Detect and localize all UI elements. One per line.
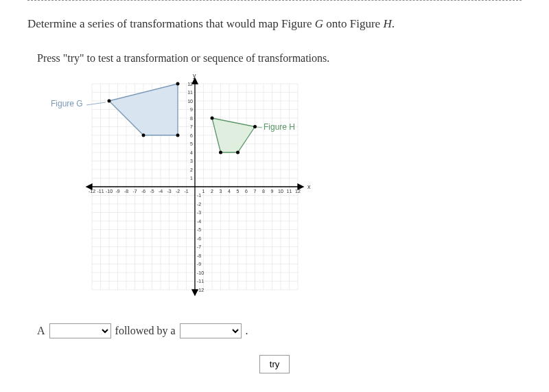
answer-sentence: A followed by a .: [37, 323, 522, 338]
svg-text:-3: -3: [167, 189, 171, 194]
svg-text:-11: -11: [197, 279, 204, 284]
figure-h-var: H: [383, 17, 391, 30]
svg-point-102: [108, 100, 111, 103]
svg-point-109: [219, 151, 222, 154]
transformation-1-dropdown[interactable]: [49, 323, 111, 338]
question-text-part1: Determine a series of transformations th…: [27, 17, 315, 30]
svg-text:-4: -4: [197, 219, 201, 224]
svg-text:12: 12: [295, 189, 301, 194]
svg-text:-3: -3: [197, 210, 201, 215]
figure-h-leader: [257, 127, 262, 128]
svg-text:3: 3: [190, 159, 193, 163]
y-axis-label: y: [193, 73, 196, 79]
svg-point-106: [211, 117, 214, 120]
svg-text:6: 6: [245, 189, 248, 194]
figure-g-label: Figure G: [51, 99, 83, 108]
svg-text:8: 8: [262, 189, 265, 194]
svg-text:-1: -1: [184, 189, 188, 194]
svg-text:-9: -9: [197, 262, 201, 266]
svg-text:-6: -6: [197, 236, 201, 241]
answer-middle: followed by a: [115, 325, 176, 337]
svg-text:-5: -5: [150, 189, 154, 194]
svg-text:4: 4: [228, 189, 231, 194]
svg-text:1: 1: [190, 176, 193, 181]
svg-text:9: 9: [271, 189, 274, 194]
svg-point-104: [176, 134, 180, 137]
svg-text:-8: -8: [197, 253, 201, 258]
svg-text:-9: -9: [115, 189, 119, 194]
svg-text:8: 8: [190, 116, 193, 121]
svg-text:7: 7: [190, 124, 193, 129]
svg-text:7: 7: [254, 189, 257, 194]
svg-text:9: 9: [190, 107, 193, 112]
answer-prefix: A: [37, 325, 45, 337]
svg-text:3: 3: [220, 189, 222, 194]
graph-svg: x y -12 -11 -10 -9 -8 -7 -6 -5 -4 -3 -2 …: [37, 73, 325, 300]
svg-text:-2: -2: [197, 202, 201, 207]
figure-h-shape: [212, 118, 255, 152]
figure-g-leader: [86, 102, 106, 105]
figure-g-var: G: [315, 17, 323, 30]
svg-point-103: [176, 82, 180, 86]
svg-text:-8: -8: [124, 189, 128, 194]
question-text-part3: .: [392, 17, 395, 30]
svg-text:5: 5: [190, 141, 193, 146]
svg-text:-12: -12: [197, 288, 204, 292]
svg-text:11: 11: [187, 90, 193, 95]
svg-text:10: 10: [187, 99, 193, 104]
svg-text:10: 10: [278, 189, 283, 194]
x-pos-labels: 1 2 3 4 5 6 7 8 9 10 11 12: [202, 189, 301, 194]
try-button[interactable]: try: [259, 355, 290, 373]
instruction-text: Press "try" to test a transformation or …: [37, 50, 522, 67]
svg-text:-12: -12: [89, 189, 95, 194]
svg-point-108: [236, 151, 240, 154]
svg-text:-10: -10: [106, 189, 113, 194]
question-text-part2: onto Figure: [323, 17, 383, 30]
svg-text:5: 5: [237, 189, 240, 194]
svg-text:11: 11: [287, 189, 292, 194]
figure-h-label: Figure H: [264, 122, 295, 132]
svg-text:4: 4: [190, 150, 193, 155]
x-axis-label: x: [307, 183, 311, 190]
svg-text:1: 1: [202, 189, 205, 194]
transformation-2-dropdown[interactable]: [180, 323, 242, 338]
svg-text:-7: -7: [132, 189, 137, 194]
svg-text:2: 2: [190, 168, 193, 172]
question-content: Determine a series of transformations th…: [0, 1, 549, 387]
coordinate-graph: x y -12 -11 -10 -9 -8 -7 -6 -5 -4 -3 -2 …: [37, 73, 522, 303]
answer-suffix: .: [246, 325, 248, 337]
svg-text:-1: -1: [197, 193, 201, 198]
svg-text:-10: -10: [197, 270, 204, 275]
svg-text:-11: -11: [97, 189, 104, 194]
question-prompt: Determine a series of transformations th…: [27, 17, 522, 31]
y-pos-labels: 1 2 3 4 5 6 7 8 9 10 11 12: [187, 82, 193, 181]
x-neg-labels: -12 -11 -10 -9 -8 -7 -6 -5 -4 -3 -2 -1: [89, 189, 189, 194]
svg-text:-2: -2: [176, 189, 180, 194]
svg-point-107: [253, 125, 257, 128]
svg-text:12: 12: [187, 82, 193, 87]
svg-text:6: 6: [190, 133, 193, 138]
svg-text:2: 2: [211, 189, 213, 194]
y-neg-labels: -1 -2 -3 -4 -5 -6 -7 -8 -9 -10 -11 -12: [197, 193, 204, 292]
svg-text:-4: -4: [159, 189, 163, 194]
svg-text:-5: -5: [197, 227, 201, 232]
svg-point-105: [142, 134, 145, 137]
svg-text:-7: -7: [197, 244, 201, 249]
svg-marker-52: [192, 78, 198, 84]
svg-text:-6: -6: [141, 189, 145, 194]
